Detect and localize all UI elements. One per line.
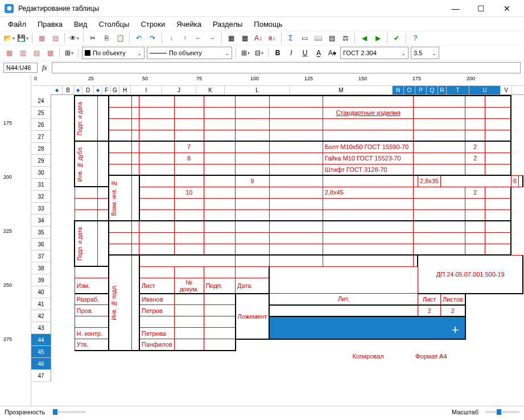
formula-input[interactable]	[52, 62, 521, 73]
sidebar-sign-date-1: Подп. и дата	[77, 102, 83, 135]
border2-icon[interactable]: ▥	[17, 47, 28, 59]
bold-icon[interactable]: B	[272, 47, 283, 59]
sidebar-inv-dubl: Инв. № дубл.	[77, 146, 83, 182]
transparency-slider[interactable]	[52, 411, 86, 413]
copy-icon[interactable]: ⎘	[101, 32, 112, 44]
bolt-name: Болт М10х50 ГОСТ 15590-70	[323, 141, 414, 153]
menu-view[interactable]: Вид	[69, 19, 92, 30]
border1-icon[interactable]: ▦	[3, 47, 15, 59]
calc-icon[interactable]: ▭	[299, 32, 310, 44]
nut-name: Гайка М10 ГОСТ 15523-70	[323, 153, 414, 164]
vertical-ruler: 175 200 225 250 275	[0, 75, 31, 406]
grid2-icon[interactable]: ▤	[49, 32, 61, 44]
line-combo[interactable]: По объекту	[147, 47, 232, 59]
spreadsheet-grid[interactable]: Подп. и дата Стандартные изделия Инв. № …	[51, 95, 524, 406]
menu-cell[interactable]: Ячейка	[172, 19, 206, 30]
pin-name: Штифт ГОСТ 3128-70	[323, 164, 414, 175]
std-header: Стандартные изделия	[323, 107, 414, 118]
doc-icon[interactable]: ▤	[326, 32, 337, 44]
formula-bar: fx	[0, 60, 524, 75]
menu-file[interactable]: Файл	[3, 19, 31, 30]
menubar: Файл Правка Вид Столбцы Строки Ячейка Ра…	[0, 17, 524, 31]
sidebar-inv-podl: Инв. № подл.	[111, 285, 117, 320]
next-icon[interactable]: ▶	[372, 32, 383, 44]
status-bar: Прозрачность Масштаб	[0, 406, 524, 417]
app-icon: ⬢	[5, 4, 14, 13]
italic-icon[interactable]: I	[286, 47, 297, 59]
cell-reference[interactable]	[3, 63, 38, 73]
help-icon[interactable]: ?	[410, 32, 421, 44]
copy-label: Копировал	[323, 351, 414, 362]
fontsize-icon[interactable]: A̲	[313, 47, 324, 59]
redo-icon[interactable]: ↷	[147, 32, 158, 44]
prev-icon[interactable]: ◀	[358, 32, 370, 44]
arrow-up-icon[interactable]: ↑	[179, 32, 191, 44]
close-button[interactable]: ✕	[494, 1, 519, 17]
underline-icon[interactable]: U	[299, 47, 311, 59]
toolbar-1: 📂 💾 ▦ ▤ 👁 ✂ ⎘ 📋 ↶ ↷ ↓ ↑ ← → ▦ ▦ A↓ я↓ Σ …	[0, 31, 524, 45]
paste-icon[interactable]: 📋	[114, 32, 126, 44]
window-title: Редактирование таблицы	[18, 5, 443, 13]
table2-icon[interactable]: ▦	[239, 32, 250, 44]
minimize-button[interactable]: —	[443, 1, 468, 17]
border3-icon[interactable]: ▤	[31, 47, 42, 59]
sort-icon[interactable]: A↓	[253, 32, 264, 44]
titlebar: ⬢ Редактирование таблицы — ☐ ✕	[0, 0, 524, 17]
table1-icon[interactable]: ▦	[225, 32, 237, 44]
selection-cursor-icon: +	[452, 323, 459, 337]
transparency-label: Прозрачность	[5, 409, 45, 415]
sum-icon[interactable]: Σ	[285, 32, 296, 44]
arrow-down-icon[interactable]: ↓	[166, 32, 177, 44]
horizontal-ruler: 0 25 50 75 100 125 150 175 200	[31, 75, 524, 86]
save-icon[interactable]: 💾	[17, 32, 28, 44]
part-name: Ложемент	[236, 294, 269, 339]
toolbar-2: ▦ ▥ ▤ ▦ ⊞ По объекту По объекту ⊞ ⊟ B I …	[0, 45, 524, 60]
fontformat-icon[interactable]: A♠	[327, 47, 338, 59]
font-combo[interactable]: ГОСТ 2.304	[340, 47, 409, 59]
menu-sections[interactable]: Разделы	[208, 19, 247, 30]
menu-help[interactable]: Помощь	[249, 19, 287, 30]
grid1-icon[interactable]: ▦	[36, 32, 47, 44]
align3-icon[interactable]: ⊟	[253, 47, 265, 59]
menu-edit[interactable]: Правка	[33, 19, 67, 30]
title-block-drawing: Подп. и дата Стандартные изделия Инв. № …	[74, 95, 523, 362]
menu-rows[interactable]: Строки	[136, 19, 170, 30]
column-headers[interactable]: ◆ B ◆ D ◆ F G H I J K L M N O P Q R T U …	[51, 86, 524, 95]
align2-icon[interactable]: ⊞	[240, 47, 251, 59]
border4-icon[interactable]: ▦	[44, 47, 56, 59]
undo-icon[interactable]: ↶	[133, 32, 145, 44]
doc-number: ДП 24.05.07.001.500-19	[418, 255, 523, 294]
sidebar-sign-date-2: Подп. и дата	[77, 227, 83, 261]
fx-icon[interactable]: fx	[40, 64, 49, 72]
menu-columns[interactable]: Столбцы	[94, 19, 134, 30]
row-headers[interactable]: 2425 2627 2829 3031 3233 3435 3637 3839 …	[31, 95, 51, 406]
align-icon[interactable]: ⊞	[63, 47, 75, 59]
fill-combo[interactable]: По объекту	[82, 47, 145, 59]
arrow-left-icon[interactable]: ←	[193, 32, 204, 44]
scale-slider[interactable]	[485, 411, 519, 413]
maximize-button[interactable]: ☐	[468, 1, 494, 17]
balance-icon[interactable]: ⚖	[340, 32, 351, 44]
fontsize-combo[interactable]: 3.5	[411, 47, 439, 59]
check-icon[interactable]: ✔	[391, 32, 402, 44]
eye-icon[interactable]: 👁	[68, 32, 80, 44]
open-icon[interactable]: 📂	[3, 32, 15, 44]
format-label: Формат А4	[414, 351, 511, 362]
sidebar-vzam-inv: Взам. инв. №	[111, 180, 117, 216]
scale-label: Масштаб	[452, 409, 478, 415]
sort2-icon[interactable]: я↓	[266, 32, 278, 44]
arrow-right-icon[interactable]: →	[207, 32, 218, 44]
cut-icon[interactable]: ✂	[87, 32, 98, 44]
book-icon[interactable]: 📖	[312, 32, 324, 44]
